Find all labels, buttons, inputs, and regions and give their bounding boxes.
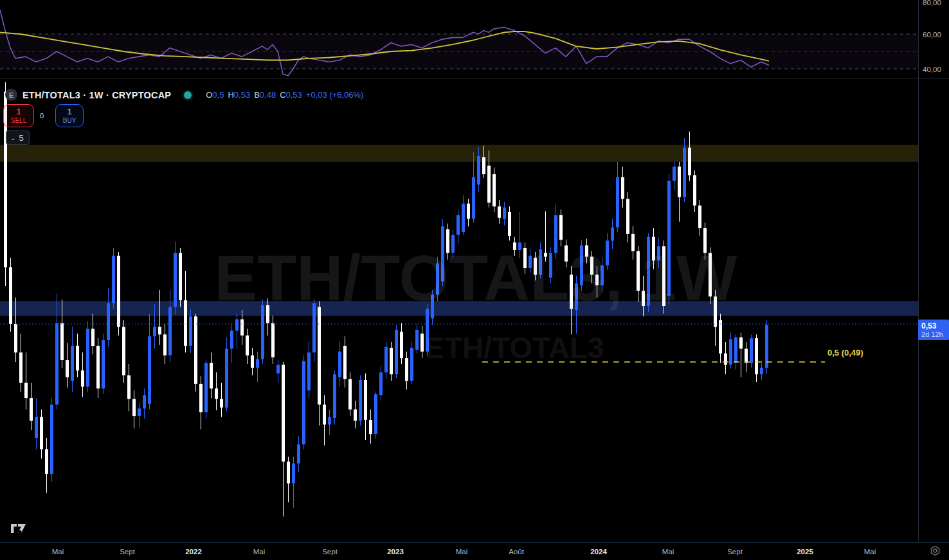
candle-body — [611, 228, 614, 241]
indicator-axis-label: 60,00 — [923, 31, 941, 39]
candle-body — [760, 368, 763, 374]
ohlc-key: B — [254, 90, 260, 100]
candle-body — [390, 348, 393, 374]
candle-body — [76, 346, 79, 370]
candle-body — [462, 204, 465, 232]
candle-body — [739, 338, 743, 349]
candle-body — [143, 395, 146, 409]
candle-body — [482, 157, 485, 174]
supply-zone[interactable] — [0, 145, 918, 162]
tradingview-logo[interactable] — [10, 522, 27, 535]
candle-body — [307, 352, 311, 390]
ohlc-value: +0,03 (+6,06%) — [306, 90, 364, 100]
price-axis[interactable]: 80,0060,0040,00 — [918, 0, 949, 542]
candle-body — [328, 417, 331, 425]
sell-label: SELL — [11, 117, 26, 125]
time-axis-label: Sept — [120, 548, 135, 555]
candle-body — [225, 348, 228, 408]
time-axis-label: Mai — [456, 548, 468, 555]
candle-body — [333, 374, 336, 418]
candle-body — [230, 330, 233, 348]
ohlc-key: H — [228, 90, 233, 100]
ohlc-value: 0,53 — [286, 90, 302, 100]
exchange-logo-icon[interactable]: E — [5, 89, 17, 101]
candle-body — [559, 215, 563, 239]
candle-body — [107, 303, 110, 341]
candle-body — [734, 338, 737, 363]
ohlc-value: 0,48 — [260, 90, 276, 100]
candle-body — [354, 410, 357, 421]
candle-body — [117, 256, 120, 327]
candle-body — [127, 375, 131, 399]
candle-body — [755, 338, 758, 374]
candle-body — [35, 417, 38, 438]
market-status-icon[interactable] — [184, 91, 192, 99]
current-price-value: 0,53 — [921, 322, 949, 330]
chart-window: E ETH/TOTAL3 · 1W · CRYPTOCAP O0,5H0,53B… — [0, 0, 949, 560]
candle-body — [302, 361, 305, 445]
time-axis[interactable]: MaiSept2022MaiSept2023MaiAoût2024MaiSept… — [0, 542, 949, 560]
candle-body — [616, 177, 619, 227]
candle-body — [498, 206, 501, 218]
candle-body — [750, 338, 753, 363]
position-count: 0 — [40, 112, 44, 120]
symbol-title[interactable]: ETH/TOTAL3 · 1W · CRYPTOCAP — [23, 90, 171, 100]
buy-label: BUY — [63, 117, 77, 125]
candle-body — [698, 206, 701, 228]
candle-body — [174, 253, 177, 307]
candle-body — [472, 177, 475, 219]
ohlc-value: 0,5 — [212, 90, 224, 100]
candle-body — [374, 394, 377, 434]
candle-body — [271, 323, 275, 357]
time-axis-label: Mai — [52, 548, 64, 555]
candle-body — [66, 360, 69, 377]
candle-body — [384, 347, 388, 372]
buy-button[interactable]: 1 BUY — [55, 104, 84, 127]
candle-body — [19, 352, 23, 383]
candle-body — [420, 334, 424, 352]
candle-body — [60, 323, 64, 361]
candle-body — [719, 320, 722, 354]
candle-body — [343, 346, 347, 379]
collapsed-indicators-toggle[interactable]: ⌄ 5 — [6, 131, 30, 145]
symbol-watermark-sub: ETH/TOTAL3 — [424, 330, 604, 365]
candle-body — [318, 307, 321, 404]
time-axis-label: Mai — [864, 548, 876, 555]
gear-icon[interactable] — [930, 545, 941, 556]
candle-body — [415, 330, 419, 350]
candle-body — [487, 166, 491, 203]
bar-countdown: 2d 12h — [921, 330, 949, 338]
candle-body — [9, 267, 12, 325]
candle-body — [158, 327, 161, 334]
sell-count: 1 — [16, 107, 21, 117]
candle-body — [132, 399, 136, 417]
time-axis-label: 2024 — [590, 548, 607, 555]
candle-body — [102, 340, 105, 388]
candle-body — [621, 177, 624, 199]
candle-body — [477, 156, 480, 185]
candle-body — [246, 336, 249, 356]
sell-button[interactable]: 1 SELL — [3, 104, 34, 127]
candle-body — [276, 365, 280, 373]
candle-body — [323, 404, 326, 424]
candle-body — [138, 408, 141, 416]
candle-body — [50, 404, 53, 474]
candle-body — [204, 363, 208, 413]
candle-body — [348, 379, 352, 410]
candle-body — [745, 348, 748, 363]
pane-divider[interactable] — [0, 78, 949, 78]
ohlc-value: 0,53 — [234, 90, 250, 100]
candle-body — [168, 307, 172, 355]
collapsed-count: 5 — [19, 133, 23, 143]
candle-body — [678, 167, 681, 197]
candle-body — [400, 332, 403, 358]
candle-body — [395, 330, 398, 374]
price-level-label[interactable]: 0,5 (0,49) — [827, 348, 863, 357]
candle-body — [91, 329, 95, 346]
candle-body — [297, 444, 300, 464]
candle-body — [693, 175, 696, 205]
time-axis-label: 2025 — [797, 548, 813, 555]
time-axis-label: Sept — [727, 548, 743, 555]
time-axis-label: Mai — [662, 548, 674, 555]
candle-body — [81, 370, 84, 386]
